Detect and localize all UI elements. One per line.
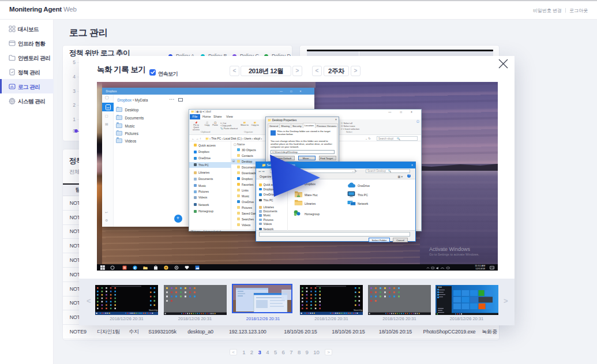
svg-text:SketchUp: SketchUp — [354, 309, 362, 312]
svg-text:SketchUp: SketchUp — [149, 309, 157, 312]
